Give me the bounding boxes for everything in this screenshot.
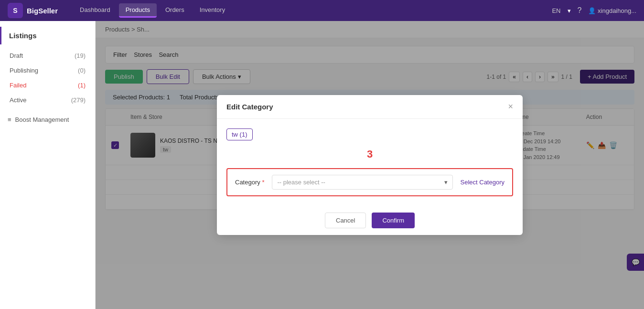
modal-overlay: Edit Category × tw (1) 3 Category * — [96, 21, 644, 309]
topnav-right: EN ▾ ? 👤 xingdaihong... — [552, 6, 636, 15]
nav-dashboard[interactable]: Dashboard — [73, 3, 117, 18]
sidebar-item-failed[interactable]: Failed (1) — [0, 78, 95, 93]
sidebar-item-active[interactable]: Active (279) — [0, 93, 95, 107]
select-category-link[interactable]: Select Category — [461, 179, 505, 186]
nav-products[interactable]: Products — [119, 3, 157, 18]
cancel-button[interactable]: Cancel — [325, 213, 366, 228]
modal-body: tw (1) 3 Category * -- please select -- … — [217, 119, 523, 206]
logo-text: BigSeller — [27, 7, 58, 15]
edit-category-modal: Edit Category × tw (1) 3 Category * — [217, 95, 523, 235]
sidebar-item-publishing[interactable]: Publishing (0) — [0, 63, 95, 78]
boost-icon: ≡ — [8, 116, 11, 123]
user-icon: 👤 — [588, 7, 596, 14]
logo-icon: S — [8, 3, 23, 18]
sidebar: Listings Draft (19) Publishing (0) Faile… — [0, 21, 96, 309]
topnav: S BigSeller Dashboard Products Orders In… — [0, 0, 644, 21]
language-selector[interactable]: EN — [552, 7, 560, 14]
sidebar-header: Listings — [0, 27, 95, 44]
modal-footer: Cancel Confirm — [217, 206, 523, 235]
required-star: * — [262, 179, 264, 186]
category-label: Category * — [235, 179, 264, 186]
tag-button[interactable]: tw (1) — [226, 128, 253, 140]
chevron-down-icon: ▾ — [444, 179, 448, 186]
sidebar-item-draft[interactable]: Draft (19) — [0, 48, 95, 63]
user-menu[interactable]: 👤 xingdaihong... — [588, 7, 636, 14]
modal-title: Edit Category — [226, 103, 273, 111]
main-layout: Listings Draft (19) Publishing (0) Faile… — [0, 21, 644, 309]
content-area: Products > Sh... Filter Stores Search Pu… — [96, 21, 644, 309]
logo[interactable]: S BigSeller — [8, 3, 58, 18]
close-icon[interactable]: × — [508, 102, 513, 112]
confirm-button[interactable]: Confirm — [372, 213, 415, 228]
nav-orders[interactable]: Orders — [159, 3, 191, 18]
modal-header: Edit Category × — [217, 95, 523, 119]
sidebar-item-boost-management[interactable]: ≡ Boost Management — [0, 111, 95, 128]
step-number: 3 — [226, 148, 513, 160]
help-icon[interactable]: ? — [578, 6, 582, 15]
category-select[interactable]: -- please select -- ▾ — [272, 175, 452, 190]
main-nav: Dashboard Products Orders Inventory — [73, 3, 542, 18]
category-row: Category * -- please select -- ▾ Select … — [226, 168, 513, 196]
category-placeholder: -- please select -- — [277, 179, 325, 186]
nav-inventory[interactable]: Inventory — [193, 3, 232, 18]
